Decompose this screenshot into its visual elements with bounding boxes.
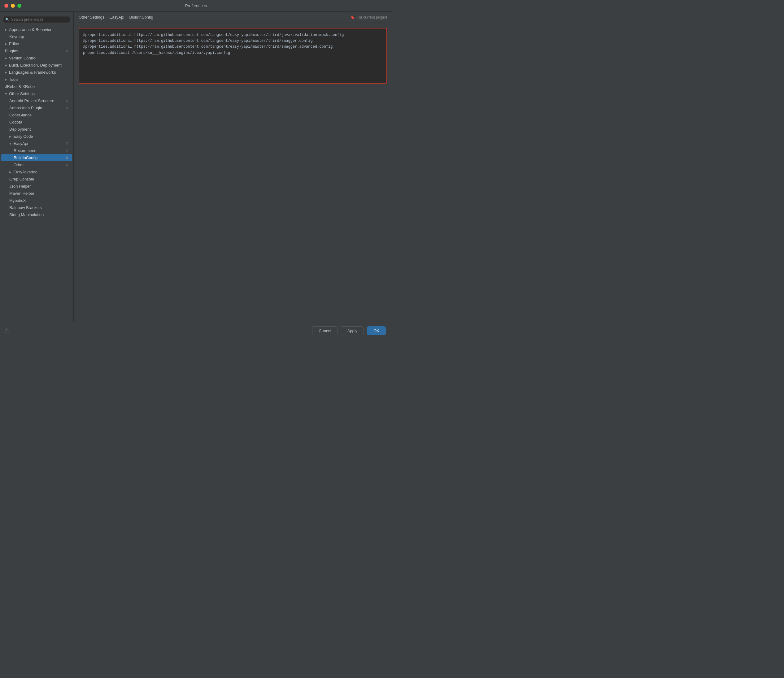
search-icon: 🔍 [5,18,9,22]
settings-icon: ⚙ [65,163,68,167]
config-editor[interactable]: #properties.additional=https://raw.githu… [79,28,387,84]
sidebar-item-label: String Manipulation [9,212,44,217]
sidebar-item-appearance-behavior[interactable]: ▶ Appearance & Behavior [1,26,72,33]
sidebar-item-label: Keymap [9,34,24,39]
title-bar: Preferences [0,0,392,12]
sidebar-item-label: Editor [9,42,20,46]
sidebar-item-label: BuildInConfig [14,156,37,160]
sidebar-item-tools[interactable]: ▶ Tools [1,76,72,83]
apply-button[interactable]: Apply [341,326,364,335]
sidebar-item-label: Other Settings [9,91,35,96]
sidebar-item-label: Version Control [9,56,37,61]
chevron-icon: ▶ [5,28,7,31]
sidebar-item-codeglance[interactable]: CodeGlance [1,112,72,118]
sidebar-item-plugins[interactable]: Plugins ⚙ [1,47,72,54]
sidebar-item-label: Tools [9,77,18,82]
sidebar-item-label: Recommend [14,148,37,153]
maximize-button[interactable] [17,4,21,8]
sidebar-item-label: MybatisX [9,198,26,203]
sidebar-item-json-helper[interactable]: Json Helper [1,183,72,190]
sidebar-item-buildinconfig[interactable]: BuildInConfig ⚙ [1,154,72,161]
sidebar-item-label: Grep Console [9,177,34,182]
chevron-icon: ▶ [5,64,7,67]
cancel-button[interactable]: Cancel [312,326,338,335]
sidebar-item-label: Other [14,163,24,167]
search-wrapper[interactable]: 🔍 [3,16,70,23]
sidebar-item-label: Deployment [9,127,31,132]
sidebar-item-recommend[interactable]: Recommend ⚙ [1,147,72,154]
settings-icon: ⚙ [65,149,68,152]
sidebar-item-label: Rainbow Brackets [9,205,42,210]
window-title: Preferences [185,3,207,8]
sidebar-item-other-settings[interactable]: ▶ Other Settings [1,90,72,97]
chevron-icon: ▶ [5,93,8,95]
settings-icon: ⚙ [65,99,68,103]
sidebar-item-label: Appearance & Behavior [9,27,51,32]
bookmark-icon: 🔖 [350,15,355,20]
help-icon[interactable]: ? [4,328,9,333]
sidebar-item-label: Arthas Idea Plugin [9,106,42,110]
sidebar-item-label: JRebel & XRebel [5,84,36,89]
close-button[interactable] [4,4,8,8]
ok-button[interactable]: OK [367,326,386,335]
settings-icon: ⚙ [65,49,68,53]
sidebar-item-label: Codota [9,120,22,124]
chevron-icon: ▶ [9,142,12,145]
sidebar-item-label: Json Helper [9,184,31,188]
chevron-icon: ▶ [5,57,7,60]
sidebar-item-label: EasyJavadoc [13,170,37,174]
sidebar-item-label: Android Project Structure [9,98,54,103]
sidebar-item-label: Build, Execution, Deployment [9,63,62,67]
chevron-icon: ▶ [5,71,7,74]
sidebar-item-label: EasyApi [13,141,28,146]
sidebar-item-label: CodeGlance [9,113,31,117]
sidebar-item-arthas[interactable]: Arthas Idea Plugin ⚙ [1,104,72,112]
breadcrumb-separator-1: › [106,15,107,20]
sidebar-item-maven-helper[interactable]: Maven Helper [1,190,72,197]
sidebar-item-rainbow-brackets[interactable]: Rainbow Brackets [1,204,72,211]
sidebar-item-mybatisx[interactable]: MybatisX [1,197,72,204]
breadcrumb-separator-2: › [126,15,127,20]
sidebar-item-grep-console[interactable]: Grep Console [1,176,72,183]
sidebar-item-version-control[interactable]: ▶ Version Control [1,54,72,62]
sidebar-item-build[interactable]: ▶ Build, Execution, Deployment [1,62,72,69]
sidebar-item-label: Languages & Frameworks [9,70,56,75]
sidebar-item-other[interactable]: Other ⚙ [1,161,72,168]
chevron-icon: ▶ [9,135,11,138]
settings-icon: ⚙ [65,106,68,110]
sidebar-item-label: Plugins [5,48,18,53]
sidebar: 🔍 ▶ Appearance & Behavior Keymap ▶ Edito… [0,12,74,322]
minimize-button[interactable] [11,4,15,8]
settings-icon: ⚙ [65,142,68,146]
chevron-icon: ▶ [9,171,11,174]
search-input[interactable] [11,17,68,22]
sidebar-item-easy-code[interactable]: ▶ Easy Code [1,133,72,140]
sidebar-item-label: Maven Helper [9,191,34,196]
sidebar-item-string-manipulation[interactable]: String Manipulation [1,211,72,218]
main-content: 🔍 ▶ Appearance & Behavior Keymap ▶ Edito… [0,12,392,322]
sidebar-item-android[interactable]: Android Project Structure ⚙ [1,97,72,104]
sidebar-item-editor[interactable]: ▶ Editor [1,40,72,47]
sidebar-item-easyapi[interactable]: ▶ EasyApi ⚙ [1,140,72,147]
traffic-lights [4,4,21,8]
chevron-icon: ▶ [5,78,7,81]
breadcrumb: Other Settings › EasyApi › BuildInConfig… [74,12,392,23]
breadcrumb-part-1: Other Settings [79,15,104,20]
chevron-icon: ▶ [5,42,7,45]
footer: ? Cancel Apply OK [0,322,392,339]
sidebar-item-keymap[interactable]: Keymap [1,33,72,40]
sidebar-item-jrebel[interactable]: JRebel & XRebel [1,83,72,90]
sidebar-item-label: Easy Code [13,134,33,139]
preferences-window: Preferences 🔍 ▶ Appearance & Behavior Ke… [0,0,392,339]
sidebar-item-easyjavadoc[interactable]: ▶ EasyJavadoc [1,168,72,176]
breadcrumb-meta: 🔖 For current project [350,15,387,20]
search-bar: 🔍 [0,14,73,25]
breadcrumb-part-3: BuildInConfig [129,15,153,20]
sidebar-item-codota[interactable]: Codota [1,118,72,126]
content-body: #properties.additional=https://raw.githu… [74,23,392,322]
settings-icon: ⚙ [65,156,68,160]
sidebar-item-deployment[interactable]: Deployment [1,126,72,133]
content-area: Other Settings › EasyApi › BuildInConfig… [74,12,392,322]
breadcrumb-meta-text: For current project [357,15,387,20]
sidebar-item-languages[interactable]: ▶ Languages & Frameworks [1,69,72,76]
